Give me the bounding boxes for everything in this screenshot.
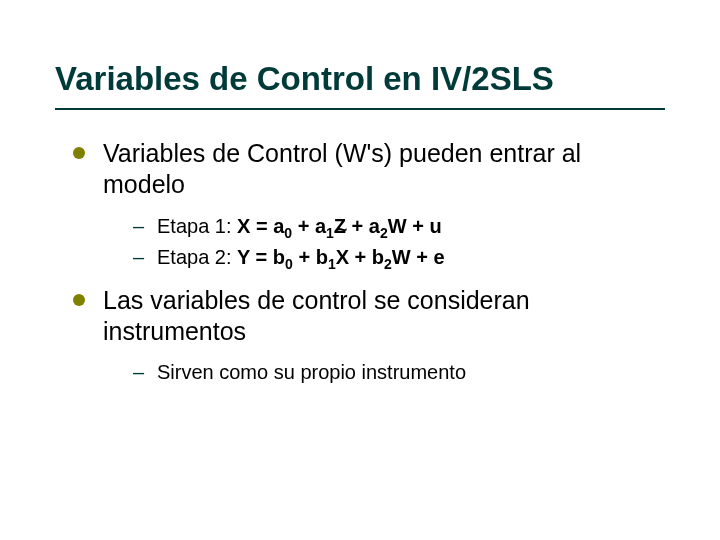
- bullet-item: Variables de Control (W's) pueden entrar…: [65, 138, 665, 271]
- bullet-item: Las variables de control se consideran i…: [65, 285, 665, 387]
- bullet-list: Variables de Control (W's) pueden entrar…: [65, 138, 665, 386]
- sub-label: Etapa 1:: [157, 215, 237, 237]
- sub-list: Sirven como su propio instrumento: [133, 359, 665, 386]
- sub-item-stage1: Etapa 1: X = a0 + a1Z + a2W + u: [133, 213, 665, 240]
- sub-text: Sirven como su propio instrumento: [157, 361, 466, 383]
- sub-item-plain: Sirven como su propio instrumento: [133, 359, 665, 386]
- sub-list: Etapa 1: X = a0 + a1Z + a2W + u Etapa 2:…: [133, 213, 665, 271]
- bullet-text: Variables de Control (W's) pueden entrar…: [103, 139, 581, 198]
- sub-item-stage2: Etapa 2: Y = b0 + b1X + b2W + e: [133, 244, 665, 271]
- slide-title: Variables de Control en IV/2SLS: [55, 60, 665, 110]
- sub-label: Etapa 2:: [157, 246, 237, 268]
- slide: Variables de Control en IV/2SLS Variable…: [0, 0, 720, 540]
- bullet-text: Las variables de control se consideran i…: [103, 286, 530, 345]
